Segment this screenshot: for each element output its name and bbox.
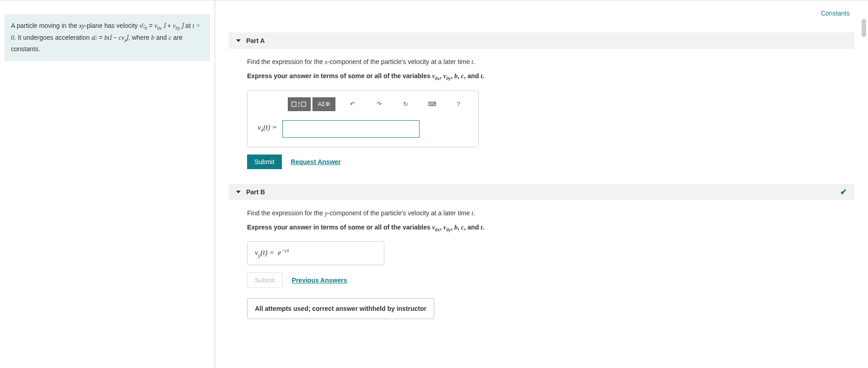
problem-statement: A particle moving in the xy-plane has ve… [5,14,210,61]
scrollbar[interactable] [862,19,866,37]
answer-static: vy(t) = e−ct [247,241,384,265]
text: and [154,34,168,41]
part-b-instruction: Express your answer in terms of some or … [247,223,845,234]
main-container: A particle moving in the xy-plane has ve… [0,0,868,368]
feedback-message: All attempts used; correct answer withhe… [247,298,434,319]
answer-input[interactable] [282,120,420,138]
submit-button-disabled: Submit [247,272,283,288]
part-b-actions: Submit Previous Answers [247,272,845,288]
templates-button[interactable]: n √ [288,97,311,111]
answer-widget: n √ ΑΣΦ ↶ ↷ ↻ ⌨ ? [247,91,479,147]
undo-button[interactable]: ↶ [341,97,364,111]
vy: vy [122,34,127,41]
constants-link[interactable]: Constants [821,10,850,17]
part-a: Part A Find the expression for the x-com… [229,32,854,175]
minus: − [111,34,119,41]
part-b-prompt: Find the expression for the y-component … [247,208,845,218]
plus: + [166,22,173,29]
part-a-header[interactable]: Part A [229,32,854,49]
redo-button[interactable]: ↷ [367,97,390,111]
part-a-prompt: Find the expression for the x-component … [247,57,845,67]
bt: bt [104,34,109,41]
xy-var: xy [79,22,85,29]
part-b-title: Part B [246,188,265,196]
eq: = [97,34,104,41]
text: at [183,22,192,29]
part-a-actions: Submit Request Answer [247,155,845,169]
v0y: v0y [173,22,180,29]
svg-text:√: √ [297,103,301,108]
part-a-instruction: Express your answer in terms of some or … [247,71,845,82]
previous-answers-link[interactable]: Previous Answers [292,277,347,284]
reset-button[interactable]: ↻ [394,97,417,111]
text: -plane has velocity [85,22,140,29]
answer-row: vx(t) = [256,120,470,138]
part-b-body: Find the expression for the y-component … [229,200,854,325]
keyboard-button[interactable]: ⌨ [421,97,443,111]
text: A particle moving in the [11,22,79,29]
greek-button[interactable]: ΑΣΦ [313,97,335,111]
request-answer-link[interactable]: Request Answer [291,158,341,165]
v0-sym: v⃗0 [140,22,147,29]
part-b: Part B ✔ Find the expression for the y-c… [229,184,854,325]
answer-toolbar: n √ ΑΣΦ ↶ ↷ ↻ ⌨ ? [288,97,470,111]
text: , where [128,34,151,41]
answer-label: vx(t) = [256,123,279,133]
help-button[interactable]: ? [447,97,470,111]
left-pane: A particle moving in the xy-plane has ve… [0,0,215,368]
submit-button[interactable]: Submit [247,155,282,169]
part-a-body: Find the expression for the x-component … [229,49,854,175]
svg-rect-3 [302,102,306,107]
caret-down-icon [236,39,241,42]
text: . It undergoes acceleration [14,34,92,41]
v0x: v0x [154,22,162,29]
eq: = [147,22,155,29]
check-icon: ✔ [840,187,847,197]
right-pane: Constants Part A Find the expression for… [215,0,868,368]
part-a-title: Part A [246,37,265,44]
a-sym: a⃗ [92,34,97,41]
svg-rect-0 [292,102,296,107]
part-b-header[interactable]: Part B ✔ [229,184,854,200]
i-hat: ı̂ [162,22,166,29]
caret-down-icon [236,191,241,193]
